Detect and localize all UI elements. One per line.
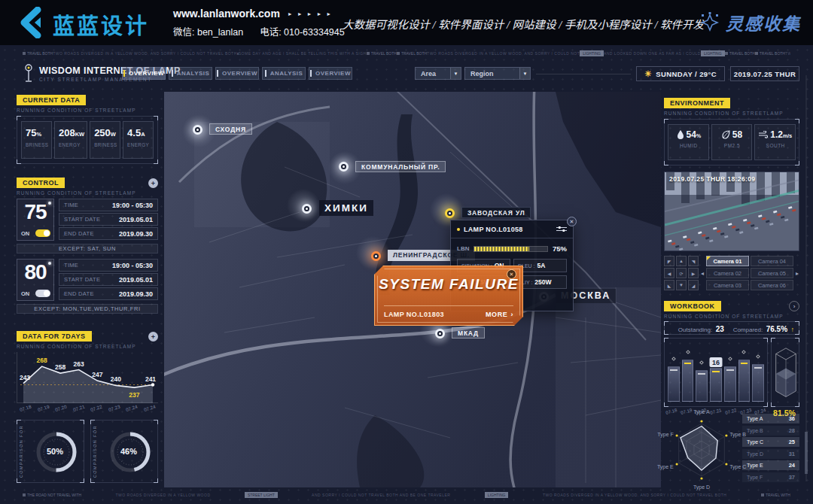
env-value: 58 [732, 129, 742, 140]
start-date-row[interactable]: START DATE 2019.05.01 [59, 213, 158, 226]
brightness-level: 80 [17, 260, 53, 284]
arrow-right-icon[interactable]: ▶ [688, 268, 699, 278]
stat-label: ENERGY [59, 142, 84, 147]
time-row[interactable]: TIME 19:00 - 05:30 [59, 199, 158, 211]
camera-list-col1: Camera 01Camera 02Camera 03 [706, 256, 749, 290]
map-label: КОММУНАЛЬНЫЙ ПР. [355, 161, 446, 172]
city-map[interactable]: СХОДНЯ КОММУНАЛЬНЫЙ ПР. ХИМКИ ЗАВОДСКАЯ … [164, 92, 661, 487]
type-row-type-f[interactable]: Type F37 [742, 472, 799, 482]
more-button[interactable]: MORE › [486, 311, 513, 318]
panel-subtitle: RUNNING CONDITION OF STREETLAMP [17, 190, 136, 196]
scrollbar-thumb[interactable] [805, 432, 808, 474]
close-icon[interactable]: ✕ [567, 217, 577, 226]
camera-button-3[interactable]: Camera 03 [706, 280, 749, 290]
tab-overview-2[interactable]: OVERVIEW [215, 67, 259, 80]
workbook-expand-button[interactable]: › [789, 301, 799, 311]
camera-prev-icon[interactable]: ◂ [700, 256, 705, 290]
tab-analysis-1[interactable]: ANALYSIS [169, 67, 212, 80]
time-row-2[interactable]: TIME 19:00 - 05:30 [59, 259, 158, 272]
power-toggle[interactable] [35, 229, 50, 237]
expand-week-chart-button[interactable]: + [148, 332, 158, 342]
arrow-up-right-icon[interactable]: ◥ [688, 256, 699, 266]
map-pin-zavodskaya-warning[interactable] [445, 208, 455, 218]
tab-analysis-3[interactable]: ANALYSIS [262, 67, 306, 80]
map-pin-skhodnya[interactable] [193, 125, 202, 135]
failure-title: SYSTEM FAILURE [375, 276, 522, 293]
trend-dot [756, 354, 760, 359]
decor-text: TWO ROADS PASSED THE BETTER CLAIM [785, 51, 790, 56]
current-data-frame: 75% BRINESS 208KW ENERGY 250W BRINESS 4.… [17, 116, 158, 164]
type-row-type-d[interactable]: Type D31 [742, 449, 799, 459]
camera-video-feed[interactable]: 2019.07.25 THUR 18:26:09 [664, 172, 799, 251]
type-label: Type A [747, 416, 763, 421]
map-pin-mkad[interactable] [435, 329, 445, 339]
row-value: 2019.09.30 [119, 290, 153, 298]
trend-dot [728, 357, 732, 361]
streetlamp-icon [23, 64, 35, 83]
workbook-stats: Outstanding: 23 Compared: 76.5% ↑ [664, 321, 799, 335]
x-tick: 07.21 [69, 403, 88, 414]
area-select[interactable]: Area ▼ [415, 67, 461, 80]
env-label: HUMID [671, 143, 706, 148]
arrow-down-icon[interactable]: ▼ [676, 280, 687, 290]
env-unit: % [696, 133, 701, 138]
scrollbar-rail[interactable] [805, 75, 807, 481]
arrow-up-icon[interactable]: ▲ [676, 256, 687, 266]
camera-next-icon[interactable]: ▸ [795, 256, 799, 290]
panel-subtitle: RUNNING CONDITION OF STREETLAMP [17, 108, 136, 113]
x-tick: 07.23 [105, 403, 123, 414]
refresh-icon[interactable]: ⟳ [676, 268, 687, 278]
svg-text:Type D: Type D [693, 484, 710, 490]
inspiration-collect[interactable]: 灵感收集 [700, 10, 801, 35]
outstanding-label: Outstanding: [678, 326, 712, 333]
row-label: START DATE [64, 276, 100, 283]
power-toggle[interactable] [35, 290, 50, 297]
current-data-panel: CURRENT DATA RUNNING CONDITION OF STREET… [17, 95, 158, 170]
map-label: СХОДНЯ [209, 123, 252, 135]
bar-fill [710, 368, 722, 402]
camera-button-4[interactable]: Camera 04 [751, 256, 793, 266]
chevron-down-icon[interactable]: ▼ [519, 68, 530, 79]
arrow-up-left-icon[interactable]: ◤ [664, 256, 674, 266]
add-control-button[interactable]: + [148, 178, 158, 188]
arrow-left-icon[interactable]: ◀ [664, 268, 674, 278]
tab-indicator [123, 70, 125, 77]
env-value: 54 [687, 129, 696, 140]
leaf-icon [722, 130, 730, 139]
arrow-down-right-icon[interactable]: ◢ [688, 280, 699, 290]
brightness-progressbar[interactable] [473, 246, 548, 252]
map-pin-khimki[interactable] [302, 204, 312, 214]
type-row-type-a[interactable]: Type A36 [742, 414, 799, 424]
bar-tick [726, 369, 734, 371]
region-select[interactable]: Region ▼ [464, 67, 531, 80]
sun-icon: ☀ [644, 69, 652, 79]
sliders-icon[interactable] [556, 226, 567, 232]
end-date-row[interactable]: END DATE 2019.09.30 [59, 227, 158, 240]
wechat-contact: 微信: ben_lanlan [173, 24, 243, 38]
failure-lamp-id: LAMP NO.L01803 [384, 311, 444, 318]
map-pin-kommunalny[interactable] [339, 162, 349, 172]
type-row-type-b[interactable]: Type B28 [742, 426, 799, 436]
camera-button-2[interactable]: Camera 02 [706, 268, 749, 278]
type-row-type-e[interactable]: Type E24 [742, 460, 799, 470]
camera-button-1[interactable]: Camera 01 [706, 256, 749, 266]
arrow-down-left-icon[interactable]: ◣ [664, 280, 674, 290]
type-row-type-c[interactable]: Type C25 [742, 437, 799, 447]
map-pin-leningradskoe-failure[interactable] [371, 251, 381, 261]
tab-overview-0[interactable]: OVERVIEW [122, 67, 166, 80]
camera-button-6[interactable]: Camera 06 [751, 280, 793, 290]
type-value: 37 [789, 474, 795, 481]
row-label: START DATE [64, 216, 100, 223]
camera-button-5[interactable]: Camera 05 [751, 268, 793, 278]
end-date-row-2[interactable]: END DATE 2019.09.30 [59, 287, 158, 300]
chevron-down-icon[interactable]: ▼ [450, 68, 461, 79]
gauge-label: COMPARISON FOR [93, 425, 97, 478]
tab-overview-4[interactable]: OVERVIEW [309, 67, 352, 80]
svg-text:247: 247 [92, 371, 102, 378]
stat-unit: A [141, 131, 145, 138]
start-date-row-2[interactable]: START DATE 2019.05.01 [59, 273, 158, 286]
website-link[interactable]: www.lanlanwork.com [173, 8, 280, 20]
x-tick: 07.24 [122, 403, 141, 414]
bar-tick [741, 363, 748, 364]
brightness-level: 75 [17, 200, 53, 224]
